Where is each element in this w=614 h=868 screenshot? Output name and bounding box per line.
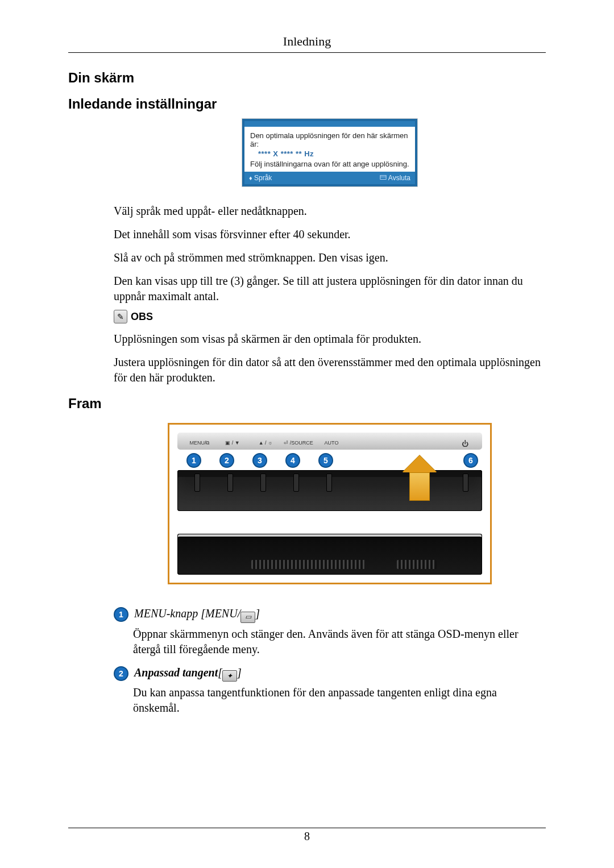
tab-icon <box>326 474 332 492</box>
def1-title-b: ] <box>255 607 260 620</box>
label-spacer <box>348 440 454 448</box>
tab-icon <box>463 474 468 492</box>
osd-sprak: ♦ Språk <box>249 174 272 182</box>
tab-icon <box>227 474 233 492</box>
running-header: Inledning <box>68 34 546 49</box>
osd-avsluta-label: Avsluta <box>388 174 410 182</box>
def1-body: Öppnar skärmmenyn och stänger den. Använ… <box>133 626 546 657</box>
content-area: Den optimala upplösningen för den här sk… <box>114 119 546 385</box>
osd-body: Den optimala upplösningen för den här sk… <box>244 127 415 172</box>
vent-slots-icon <box>251 560 365 569</box>
label-auto: AUTO <box>315 440 348 448</box>
callout-2: 2 <box>219 453 234 468</box>
def1-title: MENU-knapp [MENU/▭] <box>134 607 260 623</box>
callout-1: 1 <box>186 453 201 468</box>
label-source: ⏎ /SOURCE <box>282 440 315 448</box>
para-choose-language: Välj språk med uppåt- eller nedåtknappen… <box>114 203 546 219</box>
menu-osd-icon: ▭ <box>240 612 255 623</box>
diagram-frame: MENU/⧉ ▣ / ▼ ▲ / ☼ ⏎ /SOURCE AUTO ⏻ 1 2 … <box>168 423 492 584</box>
vent-slots-icon <box>397 560 437 569</box>
updown-icon: ♦ <box>249 175 252 181</box>
front-diagram: MENU/⧉ ▣ / ▼ ▲ / ☼ ⏎ /SOURCE AUTO ⏻ 1 2 … <box>114 423 546 584</box>
custom-key-icon: ✦ <box>222 670 237 682</box>
para-optimal-resolution: Upplösningen som visas på skärmen är den… <box>114 331 546 347</box>
header-rule <box>68 52 546 53</box>
arrow-head-icon <box>403 455 437 472</box>
heading-inledande-installningar: Inledande inställningar <box>68 96 546 112</box>
callout-4: 4 <box>285 453 300 468</box>
badge-1: 1 <box>114 607 128 622</box>
footer-rule <box>68 828 546 828</box>
callout-5: 5 <box>318 453 333 468</box>
osd-resolution-placeholder: **** X **** ** Hz <box>250 148 409 160</box>
tab-icon <box>260 474 266 492</box>
def2-title: Anpassad tangent[✦] <box>134 666 242 682</box>
heading-din-skarm: Din skärm <box>68 70 546 86</box>
label-menu: MENU/⧉ <box>183 440 216 448</box>
callout-3: 3 <box>252 453 267 468</box>
note-icon: ✎ <box>114 310 127 323</box>
para-adjust-resolution: Justera upplösningen för din dator så at… <box>114 355 546 385</box>
osd-figure: Den optimala upplösningen för den här sk… <box>114 119 546 186</box>
svg-rect-0 <box>380 176 386 180</box>
page-number: 8 <box>0 830 614 843</box>
arrow-body-icon <box>409 472 430 501</box>
monitor-button-bar: MENU/⧉ ▣ / ▼ ▲ / ☼ ⏎ /SOURCE AUTO ⏻ <box>177 433 482 450</box>
content-area-fram: MENU/⧉ ▣ / ▼ ▲ / ☼ ⏎ /SOURCE AUTO ⏻ 1 2 … <box>114 423 546 716</box>
obs-callout: ✎ OBS <box>114 310 546 323</box>
definition-2: 2 Anpassad tangent[✦] <box>114 666 546 682</box>
osd-line1: Den optimala upplösningen för den här sk… <box>250 131 409 148</box>
diagram-gap <box>169 511 490 534</box>
label-up-brightness: ▲ / ☼ <box>249 440 282 448</box>
osd-avsluta: Avsluta <box>380 174 410 182</box>
label-down: ▣ / ▼ <box>216 440 249 448</box>
osd-titlebar <box>244 121 415 127</box>
exit-icon <box>380 175 387 181</box>
obs-label: OBS <box>131 311 153 323</box>
osd-box: Den optimala upplösningen för den här sk… <box>242 119 417 186</box>
up-arrow <box>403 501 437 546</box>
para-disappear-40s: Det innehåll som visas försvinner efter … <box>114 227 546 242</box>
definition-1: 1 MENU-knapp [MENU/▭] <box>114 607 546 623</box>
def2-body: Du kan anpassa tangentfunktionen för den… <box>133 685 546 716</box>
para-three-times: Den kan visas upp till tre (3) gånger. S… <box>114 273 546 304</box>
def2-bracket-open: [ <box>218 666 222 679</box>
para-power-toggle: Slå av och på strömmen med strömknappen.… <box>114 250 546 265</box>
button-labels-row: MENU/⧉ ▣ / ▼ ▲ / ☼ ⏎ /SOURCE AUTO ⏻ <box>183 440 476 448</box>
heading-fram: Fram <box>68 396 546 412</box>
def2-title-a: Anpassad tangent <box>134 666 218 679</box>
def2-bracket-close: ] <box>237 666 242 679</box>
monitor-underside <box>177 534 482 575</box>
osd-line2: Följ inställningarna ovan för att ange u… <box>250 160 409 168</box>
page: Inledning Din skärm Inledande inställnin… <box>0 0 614 868</box>
power-icon: ⏻ <box>454 440 476 448</box>
tab-icon <box>293 474 299 492</box>
osd-footer: ♦ Språk Avsluta <box>244 172 415 184</box>
osd-sprak-label: Språk <box>254 174 272 182</box>
callout-6: 6 <box>463 453 478 468</box>
tab-icon <box>194 474 200 492</box>
def1-title-a: MENU-knapp [MENU/ <box>134 607 240 620</box>
badge-2: 2 <box>114 666 128 681</box>
